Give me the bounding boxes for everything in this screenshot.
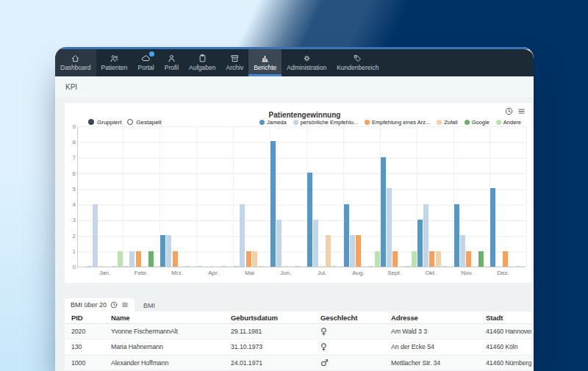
x-tick-label: Jun. [268,270,304,276]
cell-name: Yvonne FischermannAlt [104,328,224,335]
bar-jameda-jun [270,141,276,267]
x-tick-label: Apr. [196,270,232,276]
mode-radio-gestapelt[interactable]: Gestapelt [127,119,161,126]
nav-tab-label: Portal [138,64,154,71]
legend-label: persönliche Empfehlu... [301,119,358,126]
nav-tab-berichte[interactable]: Berichte [248,49,282,76]
legend-label: Jameda [267,119,287,126]
bar-group-apr [197,127,234,267]
table-row-2020[interactable]: 2020Yvonne FischermannAlt29.11.1981♀Am W… [65,324,531,339]
bar-google-dez [515,266,520,267]
cell-pid: 2020 [65,328,104,335]
column-header-adresse[interactable]: Adresse [384,314,479,322]
bar-google-mrz [184,266,190,267]
bar-zufall-dez [509,266,514,267]
bar-andere-dez [521,266,526,267]
nav-tab-administration[interactable]: Administration [282,49,331,76]
legend-item-jameda[interactable]: Jameda [259,119,287,126]
legend-item-zufall[interactable]: Zufall [437,119,457,126]
column-header-geburtsdatum[interactable]: Geburtsdatum [224,314,314,322]
cell-geburtsdatum: 24.01.1971 [224,359,314,367]
cell-name: Alexander Hoffmann [104,359,224,367]
y-tick-label: 6 [73,173,76,174]
clipboard-icon [198,54,207,63]
bar-andere-febr [154,266,159,267]
nav-tab-label: Dashboard [60,64,91,71]
bar-pers-nliche-empfehlu-mai [240,204,245,267]
bar-pers-nliche-empfehlu-mrz [166,235,171,267]
bar-google-nov [478,251,484,267]
bar-empfehlung-eines-arz-apr [209,266,215,267]
nav-tab-profil[interactable]: Profil [159,49,184,76]
x-tick-label: Mrz. [159,270,196,276]
cell-geburtsdatum: 31.10.1973 [224,343,314,350]
nav-tab-kundenbereich[interactable]: Kundenbereich [331,49,384,76]
bar-andere-jan [118,251,123,267]
y-tick-label: 7 [73,157,76,158]
y-tick-label: 0 [73,267,76,267]
bar-andere-apr [228,266,233,267]
main-nav: DashboardPatientenPortalProfilAufgabenAr… [55,49,534,76]
mode-radio-gruppiert[interactable]: Gruppiert [88,119,121,126]
bar-google-sept [405,266,410,267]
chart-y-axis: 9876543210 [71,126,77,267]
bar-zufall-apr [215,266,220,267]
legend-item-andere[interactable]: Andere [496,119,521,126]
cell-pid: 1000 [65,359,104,367]
table-tab-bmi[interactable]: BMI [135,299,164,311]
bar-empfehlung-eines-arz-mrz [173,251,178,267]
table-tabbar: BMI über 20BMI [65,298,531,311]
bar-zufall-mai [252,251,257,267]
nav-tab-label: Patienten [101,64,128,71]
nav-tab-dashboard[interactable]: Dashboard [55,49,96,76]
legend-marker-icon [293,120,298,125]
cell-name: Maria Hahnemann [104,343,224,350]
table-tab-bmi-ber-20[interactable]: BMI über 20 [65,298,135,311]
mode-radio-label: Gestapelt [136,119,161,126]
gender-icon: ♀ [314,326,384,336]
column-header-name[interactable]: Name [104,314,224,322]
nav-tab-portal[interactable]: Portal [133,49,159,76]
bar-group-mai [234,127,270,267]
bar-pers-nliche-empfehlu-okt [423,204,429,267]
bar-empfehlung-eines-arz-mai [246,251,251,267]
bar-pers-nliche-empfehlu-aug [350,235,355,267]
bar-empfehlung-eines-arz-jul [320,266,325,267]
clock-icon[interactable] [110,301,118,309]
table-tab-label: BMI über 20 [71,301,107,309]
bar-zufall-jun [289,266,294,267]
bar-zufall-febr [142,266,147,267]
bar-pers-nliche-empfehlu-jun [276,220,282,267]
bar-jameda-apr [197,266,202,267]
bar-jameda-jan [87,266,92,267]
bar-andere-nov [484,266,490,267]
menu-icon[interactable] [121,301,129,309]
nav-tab-archiv[interactable]: Archiv [221,49,249,76]
bar-pers-nliche-empfehlu-jan [93,204,98,267]
bar-zufall-okt [436,251,441,267]
bar-jameda-mai [234,266,239,267]
table-row-130[interactable]: 130Maria Hahnemann31.10.1973♀An der Ecke… [65,339,531,355]
legend-item-empfehlung-eines-arz[interactable]: Empfehlung eines Arz... [365,119,430,126]
bar-group-jun [270,127,307,267]
bar-group-jul [307,127,344,267]
legend-item-pers-nliche-empfehlu[interactable]: persönliche Empfehlu... [293,119,358,126]
legend-item-google[interactable]: Google [465,119,490,126]
nav-tab-patienten[interactable]: Patienten [96,49,133,76]
column-header-pid[interactable]: PID [65,314,104,322]
menu-icon[interactable] [517,107,526,115]
x-tick-label: Jul. [304,270,340,276]
gear-icon [302,54,312,63]
legend-marker-icon [496,120,501,125]
clock-icon[interactable] [505,107,513,115]
nav-tab-aufgaben[interactable]: Aufgaben [184,49,220,76]
bar-group-okt [417,127,454,267]
chart-legend: Jamedapersönliche Empfehlu...Empfehlung … [259,119,523,126]
bar-group-febr [123,127,160,267]
y-tick-label: 9 [73,126,76,127]
column-header-geschlecht[interactable]: Geschlecht [314,314,384,322]
column-header-stadt[interactable]: Stadt [479,314,531,322]
chart-title: Patientengewinnung [269,111,341,119]
table-row-1000[interactable]: 1000Alexander Hoffmann24.01.1971♂Mettlac… [65,356,531,371]
bar-empfehlung-eines-arz-dez [503,251,508,267]
